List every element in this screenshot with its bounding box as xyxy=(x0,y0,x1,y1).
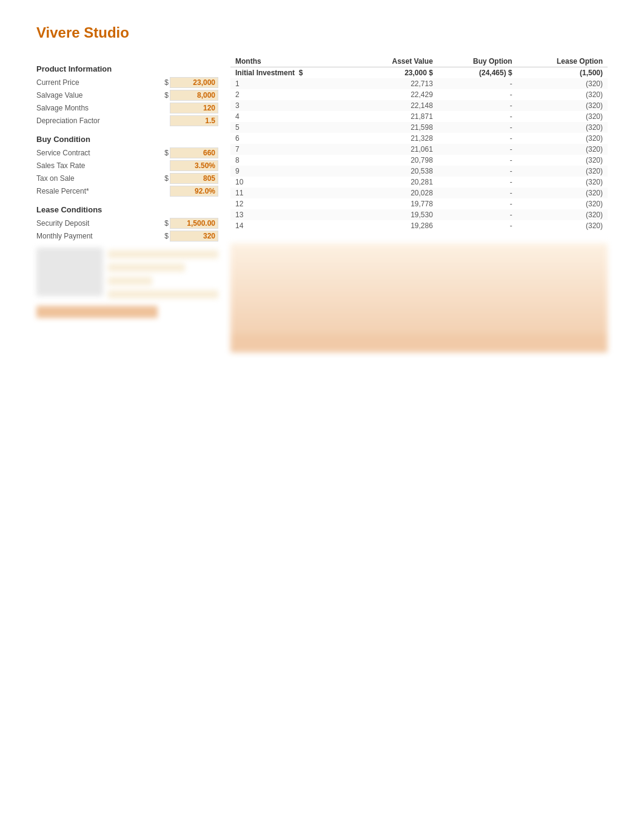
cell-asset-value: 21,061 xyxy=(356,144,438,155)
field-dollar: $ xyxy=(160,78,169,87)
field-row: Sales Tax Rate3.50% xyxy=(36,160,218,171)
table-row: 9 20,538 - (320) xyxy=(230,166,608,177)
field-value[interactable]: 320 xyxy=(170,231,218,242)
field-value[interactable]: 660 xyxy=(170,147,218,158)
field-value[interactable]: 92.0% xyxy=(170,186,218,197)
cell-month: 8 xyxy=(230,155,356,166)
cell-asset-value: 21,328 xyxy=(356,133,438,144)
cell-lease-option: (320) xyxy=(517,209,608,220)
table-row: 6 21,328 - (320) xyxy=(230,133,608,144)
col-header-lease-option: Lease Option xyxy=(517,56,608,67)
field-label: Security Deposit xyxy=(36,219,160,228)
field-label: Sales Tax Rate xyxy=(36,161,160,170)
cell-lease-option: (320) xyxy=(517,188,608,198)
cell-lease-option: (320) xyxy=(517,100,608,111)
field-row: Current Price$23,000 xyxy=(36,77,218,88)
field-row: Tax on Sale$805 xyxy=(36,173,218,184)
lease-condition-fields: Security Deposit$1,500.00Monthly Payment… xyxy=(36,218,218,242)
field-value[interactable]: 23,000 xyxy=(170,77,218,88)
cell-lease-option: (320) xyxy=(517,78,608,89)
cell-buy-option: - xyxy=(438,144,517,155)
blurred-chart-area xyxy=(230,243,608,353)
cell-lease-option: (320) xyxy=(517,198,608,209)
cell-asset-value: 21,598 xyxy=(356,122,438,133)
cell-asset-value: 22,148 xyxy=(356,100,438,111)
cell-asset-value: 22,713 xyxy=(356,78,438,89)
field-row: Monthly Payment$320 xyxy=(36,231,218,242)
cell-month: 3 xyxy=(230,100,356,111)
col-header-months: Months xyxy=(230,56,356,67)
product-info-fields: Current Price$23,000Salvage Value$8,000S… xyxy=(36,77,218,126)
cell-lease-option: (320) xyxy=(517,177,608,188)
blurred-left-section xyxy=(36,248,218,318)
table-row: 12 19,778 - (320) xyxy=(230,198,608,209)
section-product-information: Product Information xyxy=(36,64,218,73)
table-row: 8 20,798 - (320) xyxy=(230,155,608,166)
field-row: Security Deposit$1,500.00 xyxy=(36,218,218,229)
col-header-asset-value: Asset Value xyxy=(356,56,438,67)
cell-month: 4 xyxy=(230,111,356,122)
cell-month: 9 xyxy=(230,166,356,177)
field-dollar: $ xyxy=(160,91,169,100)
field-label: Resale Percent* xyxy=(36,187,160,195)
col-header-buy-option: Buy Option xyxy=(438,56,517,67)
cell-asset-value: 20,538 xyxy=(356,166,438,177)
table-row: 11 20,028 - (320) xyxy=(230,188,608,198)
cell-asset-value: 19,530 xyxy=(356,209,438,220)
field-value[interactable]: 1.5 xyxy=(170,115,218,126)
cell-month: 14 xyxy=(230,220,356,231)
cell-buy-option: - xyxy=(438,209,517,220)
cell-asset-value: 19,286 xyxy=(356,220,438,231)
left-panel: Product Information Current Price$23,000… xyxy=(36,56,218,318)
app-title: Vivere Studio xyxy=(36,24,608,41)
field-label: Tax on Sale xyxy=(36,174,160,183)
field-row: Salvage Value$8,000 xyxy=(36,90,218,101)
cell-month: 5 xyxy=(230,122,356,133)
cell-buy-option: - xyxy=(438,220,517,231)
field-row: Service Contract$660 xyxy=(36,147,218,158)
cell-buy-option: - xyxy=(438,166,517,177)
cell-initial-buy: (24,465) $ xyxy=(438,67,517,79)
field-dollar: $ xyxy=(160,149,169,157)
cell-month: 7 xyxy=(230,144,356,155)
cell-month: 11 xyxy=(230,188,356,198)
field-label: Current Price xyxy=(36,78,160,87)
cell-asset-value: 20,028 xyxy=(356,188,438,198)
cell-lease-option: (320) xyxy=(517,144,608,155)
cell-month: 10 xyxy=(230,177,356,188)
table-row: 14 19,286 - (320) xyxy=(230,220,608,231)
cell-lease-option: (320) xyxy=(517,166,608,177)
cell-lease-option: (320) xyxy=(517,133,608,144)
field-value[interactable]: 120 xyxy=(170,103,218,113)
main-layout: Product Information Current Price$23,000… xyxy=(36,56,608,353)
field-dollar: $ xyxy=(160,219,169,228)
cell-initial-asset: 23,000 $ xyxy=(356,67,438,79)
cell-asset-value: 21,871 xyxy=(356,111,438,122)
cell-buy-option: - xyxy=(438,111,517,122)
cell-buy-option: - xyxy=(438,122,517,133)
cell-buy-option: - xyxy=(438,155,517,166)
table-row: 4 21,871 - (320) xyxy=(230,111,608,122)
cell-buy-option: - xyxy=(438,100,517,111)
cell-lease-option: (320) xyxy=(517,122,608,133)
field-value[interactable]: 8,000 xyxy=(170,90,218,101)
cell-lease-option: (320) xyxy=(517,220,608,231)
field-value[interactable]: 1,500.00 xyxy=(170,218,218,229)
cell-initial-label: Initial Investment $ xyxy=(230,67,356,79)
cell-buy-option: - xyxy=(438,78,517,89)
field-value[interactable]: 805 xyxy=(170,173,218,184)
field-dollar: $ xyxy=(160,174,169,183)
field-label: Salvage Value xyxy=(36,91,160,100)
table-body: Initial Investment $ 23,000 $ (24,465) $… xyxy=(230,67,608,232)
field-value[interactable]: 3.50% xyxy=(170,160,218,171)
data-table: Months Asset Value Buy Option Lease Opti… xyxy=(230,56,608,231)
cell-buy-option: - xyxy=(438,177,517,188)
cell-buy-option: - xyxy=(438,89,517,100)
cell-asset-value: 19,778 xyxy=(356,198,438,209)
cell-buy-option: - xyxy=(438,188,517,198)
buy-condition-fields: Service Contract$660Sales Tax Rate3.50%T… xyxy=(36,147,218,197)
table-header-row: Months Asset Value Buy Option Lease Opti… xyxy=(230,56,608,67)
table-row-initial: Initial Investment $ 23,000 $ (24,465) $… xyxy=(230,67,608,79)
field-row: Resale Percent*92.0% xyxy=(36,186,218,197)
table-row: 5 21,598 - (320) xyxy=(230,122,608,133)
